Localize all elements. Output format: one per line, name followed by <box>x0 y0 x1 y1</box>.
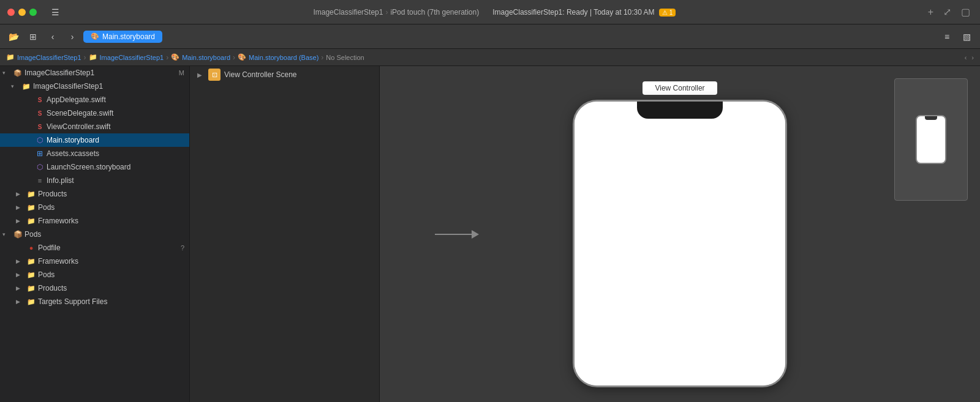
project-name: ImageClassifierStep1 <box>313 8 383 17</box>
breadcrumb-root[interactable]: 📁 ImageClassifierStep1 <box>6 53 81 61</box>
breadcrumb-current: No Selection <box>326 54 364 61</box>
phone-mockup <box>573 100 787 387</box>
forward-button[interactable]: › <box>64 29 81 45</box>
phone-container: View Controller <box>573 81 787 387</box>
group-frameworks-2[interactable]: ▶ 📁 Frameworks <box>0 255 189 268</box>
breadcrumb-base[interactable]: 🎨 Main.storyboard (Base) <box>238 53 318 61</box>
file-mainstoryboard[interactable]: ⬡ Main.storyboard <box>0 133 189 147</box>
storyboard-tab-icon: 🎨 <box>91 32 99 40</box>
breadcrumb-bar: 📁 ImageClassifierStep1 › 📁 ImageClassifi… <box>0 49 980 66</box>
title-bar: ☰ ImageClassifierStep1 › iPod touch (7th… <box>0 0 980 24</box>
scene-item[interactable]: ▶ ⊡ View Controller Scene <box>190 66 379 83</box>
products-folder-icon-1: 📁 <box>26 189 36 199</box>
breadcrumb-base-label: Main.storyboard (Base) <box>249 54 318 61</box>
sub-group-item[interactable]: ▾ 📁 ImageClassifierStep1 <box>0 80 189 93</box>
entry-arrow <box>435 230 479 239</box>
expand-button[interactable]: ⤢ <box>941 5 954 19</box>
sidebar-toggle-button[interactable]: ☰ <box>47 4 64 20</box>
group-products-2[interactable]: ▶ 📁 Products <box>0 281 189 295</box>
phone-notch <box>637 102 723 119</box>
file-sidebar: ▾ 📦 ImageClassifierStep1 M ▾ 📁 ImageClas… <box>0 66 190 402</box>
group-targets[interactable]: ▶ 📁 Targets Support Files <box>0 295 189 308</box>
pods-root-item[interactable]: ▾ 📦 Pods <box>0 228 189 241</box>
close-button[interactable] <box>7 9 15 16</box>
split-button[interactable]: ▢ <box>959 5 973 19</box>
group-pods-2[interactable]: ▶ 📁 Pods <box>0 268 189 281</box>
file-launchscreen[interactable]: ⬡ LaunchScreen.storyboard <box>0 160 189 174</box>
frameworks-folder-icon-1: 📁 <box>26 216 36 226</box>
targets-folder-icon: 📁 <box>26 297 36 307</box>
breadcrumb-nav-left[interactable]: ‹ <box>965 54 967 61</box>
minimize-button[interactable] <box>18 9 26 16</box>
file-infoplist[interactable]: ≡ Info.plist <box>0 174 189 187</box>
canvas-area[interactable]: View Controller <box>380 66 980 402</box>
breadcrumb-sep-4: › <box>321 53 323 62</box>
assets-icon: ⊞ <box>35 149 45 158</box>
tab-label: Main.storyboard <box>102 32 155 41</box>
phone-screen <box>575 102 785 385</box>
file-assets[interactable]: ⊞ Assets.xcassets <box>0 147 189 160</box>
build-status: ImageClassifierStep1: Ready | Today at 1… <box>492 8 676 17</box>
breadcrumb-nav-right[interactable]: › <box>971 54 974 61</box>
breadcrumb-root-icon: 📁 <box>6 53 15 61</box>
storyboard-icon: ⬡ <box>35 135 45 145</box>
breadcrumb-project-icon: 📁 <box>89 53 97 61</box>
frameworks-folder-icon-2: 📁 <box>26 256 36 266</box>
breadcrumb-sep-3: › <box>233 53 235 62</box>
root-group-item[interactable]: ▾ 📦 ImageClassifierStep1 M <box>0 66 189 80</box>
active-tab[interactable]: 🎨 Main.storyboard <box>83 31 162 43</box>
device-name: iPod touch (7th generation) <box>390 8 479 17</box>
swift-icon: S <box>35 95 45 105</box>
toolbar: 📂 ⊞ ‹ › 🎨 Main.storyboard ≡ ▧ <box>0 24 980 49</box>
products-folder-icon-2: 📁 <box>26 283 36 293</box>
file-appdelegate[interactable]: S AppDelegate.swift <box>0 93 189 106</box>
file-scenedelegate[interactable]: S SceneDelegate.swift <box>0 106 189 120</box>
inspector-button[interactable]: ▧ <box>958 29 975 45</box>
traffic-lights <box>7 9 37 16</box>
podfile-icon: ● <box>26 243 36 253</box>
view-controller-label: View Controller <box>643 81 717 95</box>
pods-folder-icon-1: 📁 <box>26 203 36 212</box>
scene-icon: ⊡ <box>208 69 221 81</box>
root-arrow: ▾ <box>2 70 11 76</box>
outline-panel: ▶ ⊡ View Controller Scene <box>190 66 380 402</box>
sub-arrow: ▾ <box>11 83 20 89</box>
group-pods-1[interactable]: ▶ 📁 Pods <box>0 201 189 214</box>
maximize-button[interactable] <box>29 9 37 16</box>
grid-button[interactable]: ⊞ <box>24 29 42 45</box>
arrow-line <box>435 234 472 235</box>
swift-icon-3: S <box>35 122 45 132</box>
scene-arrow: ▶ <box>197 72 205 78</box>
plist-icon: ≡ <box>35 176 45 185</box>
breadcrumb-project[interactable]: 📁 ImageClassifierStep1 <box>89 53 164 61</box>
breadcrumb-project-label: ImageClassifierStep1 <box>100 54 164 61</box>
breadcrumb-sep-2: › <box>166 53 168 62</box>
breadcrumb-right: ‹ › <box>965 54 974 61</box>
file-podfile[interactable]: ● Podfile ? <box>0 241 189 255</box>
pods-folder-icon-2: 📁 <box>26 270 36 280</box>
pods-root-icon: 📦 <box>13 229 23 239</box>
project-path: ImageClassifierStep1 › iPod touch (7th g… <box>313 8 479 17</box>
group-frameworks-1[interactable]: ▶ 📁 Frameworks <box>0 214 189 228</box>
back-button[interactable]: ‹ <box>44 29 61 45</box>
list-view-button[interactable]: ≡ <box>938 29 956 45</box>
add-button[interactable]: + <box>925 6 936 19</box>
group-products-1[interactable]: ▶ 📁 Products <box>0 187 189 201</box>
minimap-notch <box>925 116 937 120</box>
breadcrumb-sep-1: › <box>84 53 86 62</box>
title-bar-right: + ⤢ ▢ <box>925 5 973 19</box>
root-group-label: ImageClassifierStep1 <box>24 69 177 77</box>
root-badge: M <box>179 69 184 76</box>
sub-folder-icon: 📁 <box>21 81 31 91</box>
breadcrumb-base-icon: 🎨 <box>238 53 246 61</box>
warning-badge[interactable]: ⚠ 1 <box>659 9 676 17</box>
podfile-badge: ? <box>181 244 184 251</box>
folder-button[interactable]: 📂 <box>5 29 22 45</box>
scene-label: View Controller Scene <box>224 70 297 79</box>
file-viewcontroller[interactable]: S ViewController.swift <box>0 120 189 133</box>
swift-icon-2: S <box>35 108 45 118</box>
minimap-phone <box>916 115 946 164</box>
breadcrumb-storyboard[interactable]: 🎨 Main.storyboard <box>171 53 230 61</box>
minimap[interactable] <box>894 78 968 201</box>
storyboard-icon-2: ⬡ <box>35 162 45 172</box>
